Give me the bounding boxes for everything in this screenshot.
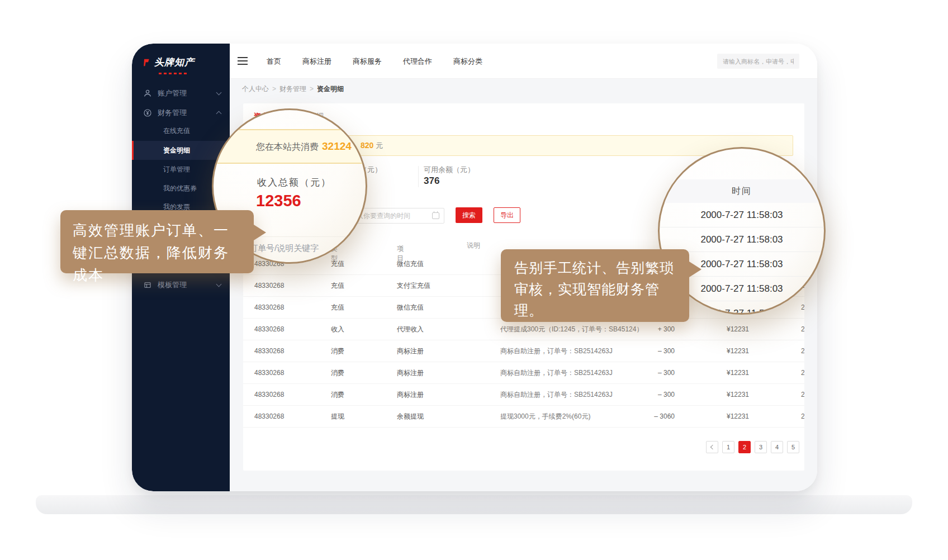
table-row[interactable]: 48330268消费商标注册商标自助注册，订单号：SB2514263J– 300… — [243, 384, 804, 406]
export-button[interactable]: 导出 — [494, 207, 520, 223]
available-balance-value: 376 — [424, 175, 439, 187]
magnified-banner-text: 您在本站共消费32124 — [256, 140, 352, 153]
callout-right: 告别手工统计、告别繁琐审核，实现智能财务管理。 — [501, 249, 689, 322]
page-button-5[interactable]: 5 — [787, 441, 799, 453]
column-desc: 说明 — [467, 241, 480, 250]
callout-left: 高效管理账户订单、一键汇总数据，降低财务成本 — [60, 210, 254, 273]
nav-item-trademark-category[interactable]: 商标分类 — [453, 56, 482, 67]
calendar-icon[interactable] — [432, 212, 439, 219]
magnified-banner: 您在本站共消费32124 — [214, 129, 366, 164]
chevron-down-icon — [216, 90, 222, 96]
callout-left-text: 高效管理账户订单、一键汇总数据，降低财务成本 — [60, 210, 254, 295]
user-icon — [143, 89, 152, 98]
sidebar-item-label: 账户管理 — [158, 88, 217, 98]
sidebar-item-online-recharge[interactable]: 在线充值 — [132, 121, 230, 140]
page-button-2[interactable]: 2 — [738, 441, 751, 453]
callout-arrow-icon — [254, 225, 266, 240]
nav-item-trademark-service[interactable]: 商标服务 — [353, 56, 382, 67]
search-button[interactable]: 搜索 — [456, 207, 482, 223]
nav-item-home[interactable]: 首页 — [267, 56, 281, 67]
time-column-header: 时间 — [660, 179, 824, 203]
income-total-label: 收入总额（元） — [257, 176, 331, 189]
brand-logo[interactable]: 头牌知产 — [142, 56, 195, 69]
sidebar-item-fund-detail[interactable]: 资金明细 — [132, 141, 230, 160]
pagination: 1 2 3 4 5 — [706, 441, 799, 453]
time-value: 2000-7-27 11:58:03 — [660, 227, 824, 252]
breadcrumb-current: 资金明细 — [317, 85, 344, 93]
sidebar-item-account[interactable]: 账户管理 — [132, 84, 230, 103]
stat-divider — [418, 166, 419, 187]
brand-flag-icon — [142, 58, 151, 67]
consumption-amount: 820元 — [361, 136, 383, 155]
sidebar-item-finance[interactable]: 财务管理 — [132, 103, 230, 122]
prev-page-button[interactable] — [706, 441, 718, 453]
table-row[interactable]: 48330268消费商标注册商标自助注册，订单号：SB2514263J– 300… — [243, 340, 804, 362]
sidebar-item-label: 财务管理 — [158, 108, 217, 118]
menu-icon[interactable] — [238, 57, 248, 65]
breadcrumb-item[interactable]: 财务管理 — [279, 85, 306, 93]
callout-arrow-icon — [689, 262, 701, 277]
chevron-left-icon — [710, 445, 715, 449]
search-input[interactable] — [717, 54, 799, 69]
page-button-3[interactable]: 3 — [755, 441, 767, 453]
main-nav: 首页 商标注册 商标服务 代理合作 商标分类 — [267, 44, 482, 79]
topbar: 首页 商标注册 商标服务 代理合作 商标分类 — [230, 44, 817, 79]
time-value: 2000-7-27 11:58:03 — [660, 203, 824, 227]
available-balance-label: 可用余额（元） — [424, 165, 475, 175]
breadcrumb: 个人中心>财务管理>资金明细 — [230, 79, 817, 94]
chevron-up-icon — [216, 111, 222, 117]
table-row[interactable]: 48330268消费商标注册商标自助注册，订单号：SB2514263J– 300… — [243, 362, 804, 384]
page-button-4[interactable]: 4 — [771, 441, 783, 453]
income-total-value: 12356 — [256, 192, 301, 210]
breadcrumb-item[interactable]: 个人中心 — [242, 85, 269, 93]
nav-item-trademark-register[interactable]: 商标注册 — [302, 56, 331, 67]
brand-name: 头牌知产 — [154, 56, 195, 69]
callout-right-text: 告别手工统计、告别繁琐审核，实现智能财务管理。 — [501, 249, 689, 329]
brand-underline — [159, 73, 189, 74]
laptop-base — [36, 495, 912, 514]
page: 头牌知产 账户管理 财务管理 在线充值 资金明细 订单管理 我的优惠券 我的发票… — [0, 0, 948, 560]
page-button-1[interactable]: 1 — [722, 441, 734, 453]
magnified-column-header: 订单号/说明关键字 — [249, 243, 319, 254]
finance-icon — [143, 108, 152, 117]
table-row[interactable]: 48330268提现余额提现提现3000元，手续费2%(60元)– 3060¥1… — [243, 406, 804, 428]
nav-item-agent-cooperation[interactable]: 代理合作 — [403, 56, 432, 67]
